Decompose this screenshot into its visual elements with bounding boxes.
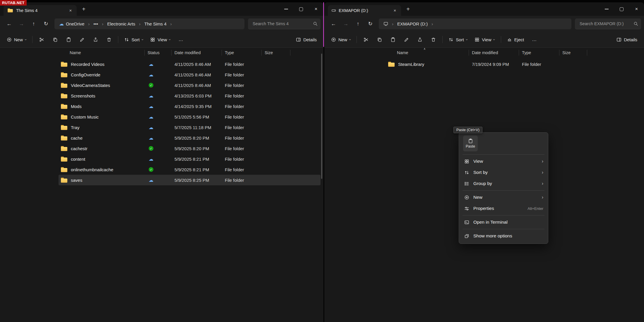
rename-button[interactable]: [400, 34, 413, 45]
file-row-cachestr[interactable]: cachestr✓5/9/2025 8:20 PMFile folder: [59, 143, 321, 154]
new-label: New: [338, 37, 347, 42]
refresh-button[interactable]: ↻: [364, 18, 376, 29]
rename-icon: [80, 37, 85, 42]
tab-the-sims-4[interactable]: The Sims 4 ×: [4, 5, 77, 16]
clipboard-icon: [468, 138, 473, 143]
new-tab-button[interactable]: +: [403, 4, 413, 14]
column-header-name[interactable]: Name: [53, 50, 145, 56]
drive-icon: [331, 8, 336, 13]
cut-button[interactable]: [359, 34, 372, 45]
search-box[interactable]: [575, 18, 641, 29]
minimize-button[interactable]: [279, 2, 294, 16]
file-row-content[interactable]: content☁5/9/2025 8:21 PMFile folder: [59, 154, 321, 164]
details-pane-button[interactable]: Details: [613, 34, 640, 45]
maximize-button[interactable]: [614, 2, 629, 16]
file-row-recorded-videos[interactable]: Recorded Videos☁4/11/2025 8:46 AMFile fo…: [59, 59, 321, 69]
file-row-tray[interactable]: Tray☁5/7/2025 11:18 PMFile folder: [59, 122, 321, 133]
paste-button[interactable]: [62, 34, 75, 45]
breadcrumb-item-the-sims-4[interactable]: The Sims 4: [143, 20, 168, 27]
new-button[interactable]: New ›: [4, 34, 30, 45]
context-menu-item-new[interactable]: New›: [461, 192, 546, 203]
file-row-saves[interactable]: saves☁5/9/2025 8:25 PMFile folder: [59, 175, 321, 185]
share-button[interactable]: [89, 34, 102, 45]
column-header-name[interactable]: Name∧: [381, 50, 469, 56]
refresh-button[interactable]: ↻: [40, 18, 52, 29]
view-button[interactable]: View ›: [147, 34, 174, 45]
rename-button[interactable]: [76, 34, 88, 45]
file-row-cache[interactable]: cache☁5/9/2025 8:20 PMFile folder: [59, 133, 321, 143]
breadcrumb-this-pc[interactable]: [382, 20, 390, 27]
copy-button[interactable]: [49, 34, 61, 45]
column-header-size[interactable]: Size: [262, 50, 290, 56]
column-header-status[interactable]: Status: [145, 50, 172, 56]
cut-button[interactable]: [35, 34, 48, 45]
sort-button[interactable]: Sort ›: [445, 34, 471, 45]
breadcrumb-chevron-icon: ›: [168, 21, 174, 26]
search-input[interactable]: [252, 21, 313, 26]
more-options-button[interactable]: …: [174, 34, 187, 45]
column-header-date-modified[interactable]: Date modified: [172, 50, 222, 56]
close-button[interactable]: ×: [309, 2, 323, 16]
column-header-type[interactable]: Type: [222, 50, 262, 56]
file-row-configoverride[interactable]: ConfigOverride☁4/11/2025 8:46 AMFile fol…: [59, 69, 321, 80]
new-tab-button[interactable]: +: [78, 4, 89, 14]
new-button[interactable]: New ›: [328, 34, 354, 45]
paste-button[interactable]: [386, 34, 399, 45]
back-button[interactable]: ←: [3, 18, 15, 29]
search-box[interactable]: [248, 18, 321, 29]
file-row-mods[interactable]: Mods☁4/14/2025 9:35 PMFile folder: [59, 101, 321, 112]
sort-icon: [464, 170, 470, 175]
minimize-button[interactable]: [599, 2, 614, 16]
context-menu-item-open-in-terminal[interactable]: Open in Terminal: [461, 217, 546, 228]
close-button[interactable]: ×: [629, 2, 644, 16]
file-row-custom-music[interactable]: Custom Music☁5/1/2025 5:56 PMFile folder: [59, 112, 321, 122]
context-menu-item-properties[interactable]: PropertiesAlt+Enter: [461, 203, 546, 214]
onedrive-cloud-status-icon: ☁: [149, 135, 153, 141]
file-row-steamlibrary[interactable]: SteamLibrary7/19/2024 9:09 PMFile folder: [386, 59, 641, 69]
sort-button[interactable]: Sort ›: [121, 34, 146, 45]
context-menu-item-show-more-options[interactable]: Show more options: [461, 230, 546, 242]
details-pane-button[interactable]: Details: [293, 34, 320, 45]
column-header-type[interactable]: Type: [519, 50, 559, 56]
back-button[interactable]: ←: [327, 18, 340, 29]
vertical-scrollbar[interactable]: [321, 54, 322, 179]
context-menu-item-sort-by[interactable]: Sort by›: [461, 167, 546, 178]
forward-button[interactable]: →: [340, 18, 352, 29]
tab-close-icon[interactable]: ×: [67, 7, 74, 14]
delete-button[interactable]: [427, 34, 440, 45]
folder-icon: [61, 62, 67, 67]
share-button[interactable]: [413, 34, 426, 45]
context-menu-item-view[interactable]: View›: [461, 156, 546, 167]
view-button[interactable]: View ›: [471, 34, 498, 45]
details-panel-icon: [296, 37, 301, 42]
tab-exmapor-drive[interactable]: EXMAPOR (D:) ×: [328, 5, 401, 16]
folder-icon: [61, 104, 67, 109]
chevron-down-icon: ›: [141, 39, 145, 40]
up-button[interactable]: ↑: [352, 18, 364, 29]
column-header-date-modified[interactable]: Date modified: [469, 50, 519, 56]
tab-close-icon[interactable]: ×: [391, 7, 399, 14]
more-options-button[interactable]: …: [528, 34, 541, 45]
breadcrumb-item-onedrive[interactable]: ☁OneDrive: [57, 20, 86, 28]
breadcrumb-item-electronic-arts[interactable]: Electronic Arts: [105, 20, 137, 27]
breadcrumb-item-[interactable]: •••: [92, 20, 100, 27]
delete-button[interactable]: [102, 34, 115, 45]
search-input[interactable]: [579, 21, 633, 26]
onedrive-cloud-status-icon: ☁: [149, 61, 153, 67]
file-row-videocamerastates[interactable]: VideoCameraStates✓4/11/2025 8:46 AMFile …: [59, 80, 321, 90]
up-button[interactable]: ↑: [28, 18, 40, 29]
file-row-onlinethumbnailcache[interactable]: onlinethumbnailcache✓5/9/2025 8:21 PMFil…: [59, 164, 321, 175]
onedrive-cloud-status-icon: ☁: [149, 72, 153, 78]
breadcrumb-item-exmapor-d[interactable]: EXMAPOR (D:): [395, 20, 429, 27]
forward-button[interactable]: →: [15, 18, 28, 29]
menu-item-label: Sort by: [473, 170, 538, 175]
copy-button[interactable]: [373, 34, 386, 45]
context-menu-item-group-by[interactable]: Group by›: [461, 178, 546, 189]
context-paste-button[interactable]: Paste: [463, 136, 478, 151]
submenu-chevron-icon: ›: [542, 195, 543, 200]
maximize-button[interactable]: [294, 2, 309, 16]
file-row-screenshots[interactable]: Screenshots☁4/13/2025 6:03 PMFile folder: [59, 90, 321, 101]
sort-label: Sort: [131, 37, 140, 42]
eject-button[interactable]: Eject: [504, 34, 527, 45]
column-header-size[interactable]: Size: [559, 50, 587, 56]
